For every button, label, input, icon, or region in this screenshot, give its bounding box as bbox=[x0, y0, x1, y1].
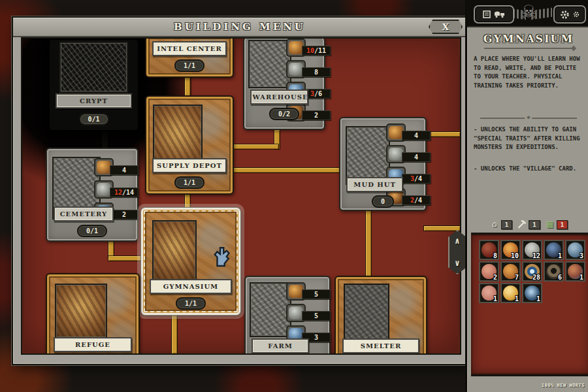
buildings-chip[interactable]: ⌂ 1 bbox=[489, 220, 512, 229]
farm-art bbox=[250, 282, 291, 337]
resource-tile: 3 bbox=[565, 240, 585, 260]
card-mud-hut[interactable]: 4 4 3/4 2/4 MUD HUT 0 bbox=[339, 117, 427, 211]
resource-tile: 1 bbox=[479, 283, 499, 303]
card-label: SMELTER bbox=[342, 338, 420, 353]
description-divider-ornament bbox=[480, 118, 577, 119]
info-sidebar: ☠ bbox=[465, 0, 588, 392]
building-description: A PLACE WHERE YOU'LL LEARN HOW TO READ, … bbox=[474, 55, 586, 90]
caravan-icon bbox=[494, 10, 506, 18]
card-label: FARM bbox=[252, 338, 309, 353]
resource-count: 1 bbox=[515, 295, 519, 302]
scroll-down-icon[interactable]: ∨ bbox=[455, 259, 460, 267]
resource-tile: 1 bbox=[522, 283, 542, 303]
card-farm[interactable]: 5 5 3 FARM bbox=[244, 276, 331, 355]
book-icon bbox=[483, 10, 491, 18]
resource-tile: 1 bbox=[565, 261, 585, 282]
cost-need: 4 bbox=[414, 154, 418, 161]
sidebar-header: ☠ bbox=[467, 0, 588, 27]
building-name-title: GYMNASIUM bbox=[467, 33, 588, 45]
card-cemetery[interactable]: 4 12/14 2 CEMETERY 0/1 bbox=[46, 148, 139, 242]
connector-cemetery-gym bbox=[108, 256, 142, 261]
cost-value: 10/11 bbox=[302, 46, 331, 56]
cost-have: 10 bbox=[306, 47, 314, 54]
card-warehouse[interactable]: 10/11 8 3/6 2 WAREHOUSE bbox=[243, 37, 325, 130]
gear-small-icon bbox=[573, 11, 580, 18]
board-scrollbar[interactable]: ∧ ∨ bbox=[448, 230, 466, 274]
card-count: 0/2 bbox=[269, 108, 299, 120]
cost-need: 5 bbox=[314, 291, 318, 298]
cost-value: 8 bbox=[302, 67, 331, 77]
cost-need: /14 bbox=[122, 189, 134, 196]
resource-count: 10 bbox=[511, 252, 519, 259]
building-effect-2: - UNLOCKS THE "VILLAGE" CARD. bbox=[474, 165, 586, 174]
card-count: 1/1 bbox=[176, 297, 206, 310]
building-icon: ⌂ bbox=[489, 220, 500, 229]
resource-count: 6 bbox=[558, 274, 562, 281]
card-label: CRYPT bbox=[56, 93, 131, 108]
cost-value: 4 bbox=[402, 131, 431, 140]
fence-chip[interactable]: ▦ 1 bbox=[545, 220, 568, 229]
cost-value: 5 bbox=[302, 311, 331, 321]
cost-value: 12/14 bbox=[110, 188, 139, 197]
resource-tile: 7 bbox=[500, 261, 521, 282]
card-count: 0/1 bbox=[78, 113, 108, 125]
connector-intel-supply bbox=[185, 76, 190, 96]
cost-row: 5 bbox=[286, 282, 332, 299]
stat-chips-row: ⌂ 1 1 ▦ 1 bbox=[467, 220, 588, 229]
cost-need: 5 bbox=[314, 312, 318, 319]
chip-value: 1 bbox=[529, 220, 540, 229]
title-underline-ornament bbox=[484, 48, 573, 49]
cost-value: 2 bbox=[302, 110, 331, 120]
cards-and-caravan-button[interactable] bbox=[474, 5, 514, 24]
resource-count: 12 bbox=[532, 252, 540, 259]
resource-tile: 1 bbox=[500, 283, 521, 303]
cost-have: 12 bbox=[114, 189, 122, 196]
card-count: 0 bbox=[372, 195, 394, 208]
connector-right-edge bbox=[424, 226, 460, 231]
scroll-up-icon[interactable]: ∧ bbox=[455, 237, 460, 245]
resource-tile: 1 bbox=[544, 240, 564, 260]
tools-chip[interactable]: 1 bbox=[517, 220, 540, 229]
resource-tile: 12 bbox=[522, 240, 542, 260]
watermark-note: 100% NEW WORTS bbox=[542, 383, 585, 388]
card-supply-depot[interactable]: SUPPLY DEPOT 1/1 bbox=[145, 95, 234, 195]
close-icon: X bbox=[442, 22, 449, 32]
resource-count: 1 bbox=[493, 295, 497, 302]
resource-count: 1 bbox=[580, 274, 583, 281]
cost-value: 5 bbox=[302, 289, 331, 299]
cost-need: 4 bbox=[414, 132, 418, 139]
card-intel-center[interactable]: INTEL CENTER 1/1 bbox=[145, 37, 234, 78]
connector-mudhut-smelter bbox=[366, 208, 371, 278]
pickaxe-icon bbox=[517, 220, 527, 229]
card-refuge[interactable]: REFUGE bbox=[46, 273, 140, 355]
card-crypt[interactable]: CRYPT 0/1 bbox=[48, 39, 139, 131]
cost-need: /4 bbox=[414, 197, 422, 204]
close-button[interactable]: X bbox=[429, 20, 463, 34]
card-label: WAREHOUSE bbox=[250, 90, 308, 105]
warehouse-art bbox=[248, 40, 291, 88]
cost-need: 2 bbox=[122, 211, 126, 218]
card-smelter[interactable]: SMELTER bbox=[335, 276, 427, 355]
refuge-art bbox=[55, 284, 107, 338]
settings-button[interactable] bbox=[553, 5, 586, 24]
cost-need: 2 bbox=[314, 112, 318, 119]
resource-count: 1 bbox=[536, 295, 540, 302]
connector-gym-bottom bbox=[172, 311, 177, 353]
connector-supply-mudhut bbox=[231, 168, 340, 172]
cost-row: 4 bbox=[386, 123, 432, 140]
building-menu-panel: BUILDING MENU X CRYPT 0/1 bbox=[12, 16, 468, 365]
resource-tile: 2 bbox=[479, 261, 499, 282]
mud-hut-art bbox=[346, 126, 390, 185]
card-gymnasium[interactable]: GYMNASIUM 1/1 bbox=[141, 208, 240, 315]
card-label: CEMETERY bbox=[54, 206, 114, 221]
cost-row: 8 bbox=[286, 60, 332, 77]
cost-row: 5 bbox=[286, 304, 332, 321]
resource-tile: 8 bbox=[479, 240, 499, 260]
card-count: 0/1 bbox=[77, 225, 107, 237]
cost-need: /4 bbox=[414, 175, 422, 182]
fence-icon: ▦ bbox=[545, 220, 555, 229]
crypt-art bbox=[59, 42, 128, 93]
resource-count: 1 bbox=[558, 252, 562, 259]
card-label: GYMNASIUM bbox=[150, 279, 232, 294]
card-label: MUD HUT bbox=[346, 177, 403, 192]
